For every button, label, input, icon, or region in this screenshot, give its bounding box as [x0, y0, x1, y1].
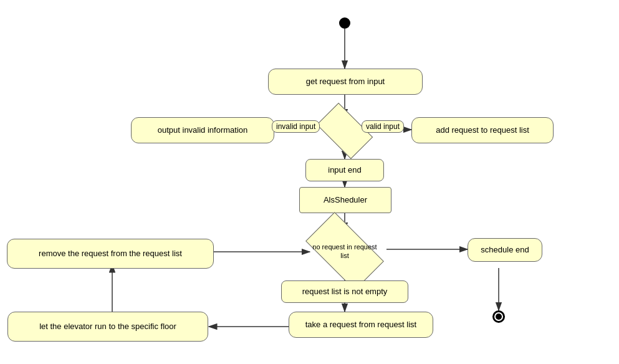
diagram-svg	[0, 0, 619, 364]
invalid-input-label: invalid input	[272, 120, 320, 133]
remove-request-node: remove the request from the request list	[7, 239, 214, 269]
diagram-container: get request from input output invalid in…	[0, 0, 619, 364]
input-end-node: input end	[305, 159, 384, 181]
request-decision-node: no request in request list	[310, 231, 380, 272]
end-node	[492, 310, 505, 323]
input-decision-node	[320, 115, 369, 146]
let-elevator-node: let the elevator run to the specific flo…	[7, 312, 208, 342]
get-request-node: get request from input	[268, 69, 423, 95]
start-node	[339, 17, 350, 29]
take-request-node: take a request from request list	[289, 312, 433, 338]
valid-input-label: valid input	[362, 120, 404, 133]
als-scheduler-node: AlsSheduler	[299, 187, 391, 213]
add-request-node: add request to request list	[411, 117, 554, 143]
request-not-empty-node: request list is not empty	[281, 280, 408, 303]
schedule-end-node: schedule end	[468, 238, 542, 262]
output-invalid-node: output invalid information	[131, 117, 274, 143]
end-circle-inner	[496, 314, 502, 320]
